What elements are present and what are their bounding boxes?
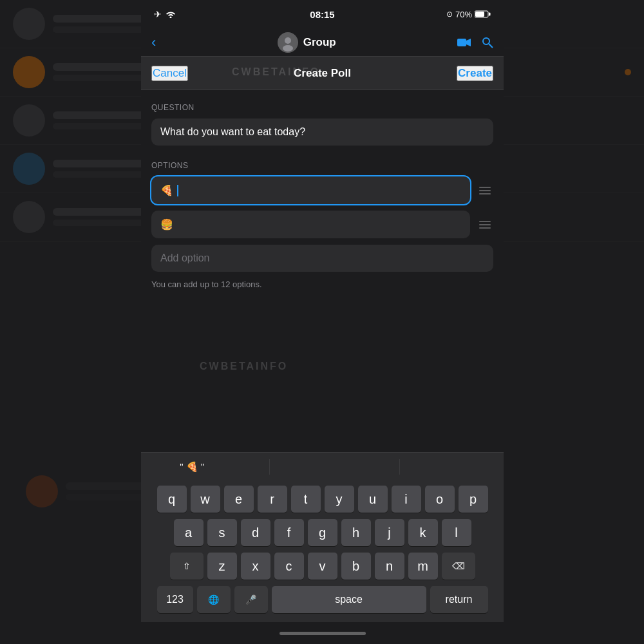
key-n[interactable]: n xyxy=(375,553,404,580)
key-f[interactable]: f xyxy=(274,519,304,546)
keyboard-area: " 🍕 " q w e r t xyxy=(141,452,504,644)
header-right-buttons xyxy=(457,37,493,48)
svg-marker-7 xyxy=(466,39,471,46)
status-left-icons: ✈ xyxy=(154,9,176,19)
rotation-lock-icon: ⊙ xyxy=(446,10,453,19)
key-t[interactable]: t xyxy=(291,486,321,513)
key-m[interactable]: m xyxy=(408,553,438,580)
bg-avatar-6 xyxy=(26,475,58,507)
key-a[interactable]: a xyxy=(174,519,204,546)
drag-line-2-2 xyxy=(479,224,491,225)
predictive-divider-1 xyxy=(269,459,270,475)
shift-key[interactable]: ⇧ xyxy=(170,553,204,580)
key-p[interactable]: p xyxy=(459,486,488,513)
drag-handle-1[interactable] xyxy=(477,184,493,197)
key-row-3: ⇧ z x c v b n m ⌫ xyxy=(144,553,501,580)
return-key[interactable]: return xyxy=(430,586,488,613)
svg-rect-1 xyxy=(489,13,491,16)
add-option-input[interactable]: Add option xyxy=(151,245,493,272)
key-v[interactable]: v xyxy=(308,553,337,580)
status-right-icons: ⊙ 70% xyxy=(446,10,491,19)
option-input-1[interactable]: 🍕 xyxy=(151,176,470,204)
key-y[interactable]: y xyxy=(325,486,354,513)
space-key[interactable]: space xyxy=(272,586,426,613)
bg-dot xyxy=(625,69,631,75)
key-c[interactable]: c xyxy=(274,553,304,580)
question-input[interactable]: What do you want to eat today? xyxy=(151,118,493,146)
video-call-icon[interactable] xyxy=(457,37,471,48)
key-o[interactable]: o xyxy=(425,486,455,513)
svg-rect-2 xyxy=(475,12,484,17)
key-x[interactable]: x xyxy=(241,553,270,580)
back-button[interactable]: ‹ xyxy=(151,34,156,51)
predictive-text-1: " 🍕 " xyxy=(180,461,204,473)
key-w[interactable]: w xyxy=(191,486,220,513)
globe-key[interactable]: 🌐 xyxy=(197,586,231,613)
key-h[interactable]: h xyxy=(341,519,371,546)
drag-handle-2[interactable] xyxy=(477,218,493,231)
header-center: Group xyxy=(278,32,336,53)
option-1-emoji: 🍕 xyxy=(160,184,173,196)
home-indicator-bar xyxy=(279,632,366,635)
predictive-item-1[interactable]: " 🍕 " xyxy=(180,461,204,473)
group-avatar xyxy=(278,32,298,53)
option-row-1: 🍕 xyxy=(151,176,493,204)
phone-frame: ✈ 08:15 ⊙ 70% ‹ xyxy=(141,0,504,644)
bg-avatar-5 xyxy=(13,201,45,233)
bg-avatar-2 xyxy=(13,56,45,88)
key-row-1: q w e r t y u i o p xyxy=(144,486,501,513)
back-chevron-icon: ‹ xyxy=(151,34,156,51)
add-option-row: Add option xyxy=(151,245,493,272)
key-s[interactable]: s xyxy=(207,519,237,546)
options-section-label: OPTIONS xyxy=(151,161,493,170)
airplane-icon: ✈ xyxy=(154,9,162,19)
wifi-icon xyxy=(166,10,176,18)
status-bar: ✈ 08:15 ⊙ 70% xyxy=(141,0,504,28)
search-icon[interactable] xyxy=(482,37,493,48)
status-time: 08:15 xyxy=(310,9,334,20)
key-u[interactable]: u xyxy=(358,486,388,513)
num-key[interactable]: 123 xyxy=(157,586,193,613)
modal-body: QUESTION What do you want to eat today? … xyxy=(141,90,504,452)
cancel-button[interactable]: Cancel xyxy=(151,66,188,81)
modal-header: Cancel Create Poll Create xyxy=(141,57,504,90)
group-avatar-icon xyxy=(279,33,297,52)
key-row-2: a s d f g h j k l xyxy=(144,519,501,546)
drag-line-2-1 xyxy=(479,221,491,222)
keyboard: q w e r t y u i o p a s d f g xyxy=(141,480,504,622)
svg-rect-6 xyxy=(457,39,466,46)
option-input-2[interactable]: 🍔 xyxy=(151,211,470,238)
modal-title: Create Poll xyxy=(294,67,351,80)
svg-line-9 xyxy=(489,44,493,48)
key-b[interactable]: b xyxy=(341,553,371,580)
create-poll-modal: Cancel Create Poll Create QUESTION What … xyxy=(141,57,504,644)
key-q[interactable]: q xyxy=(157,486,187,513)
delete-key[interactable]: ⌫ xyxy=(442,553,475,580)
key-i[interactable]: i xyxy=(392,486,421,513)
predictive-bar: " 🍕 " xyxy=(141,452,504,480)
key-k[interactable]: k xyxy=(408,519,438,546)
drag-line-2-3 xyxy=(479,227,491,229)
bg-avatar-4 xyxy=(13,153,45,185)
create-button[interactable]: Create xyxy=(457,66,493,81)
drag-line-2 xyxy=(479,190,491,191)
key-row-4: 123 🌐 🎤 space return xyxy=(144,586,501,613)
telegram-header: ‹ Group xyxy=(141,28,504,57)
key-g[interactable]: g xyxy=(308,519,337,546)
key-z[interactable]: z xyxy=(207,553,237,580)
drag-line-1 xyxy=(479,187,491,188)
key-j[interactable]: j xyxy=(375,519,404,546)
key-e[interactable]: e xyxy=(224,486,254,513)
key-l[interactable]: l xyxy=(442,519,471,546)
battery-icon xyxy=(475,10,491,18)
text-cursor xyxy=(177,185,178,196)
key-r[interactable]: r xyxy=(258,486,287,513)
question-section-label: QUESTION xyxy=(151,103,493,112)
svg-point-8 xyxy=(483,38,489,44)
home-indicator xyxy=(141,622,504,644)
option-row-2: 🍔 xyxy=(151,211,493,238)
svg-point-4 xyxy=(285,37,291,44)
mic-key[interactable]: 🎤 xyxy=(234,586,268,613)
key-d[interactable]: d xyxy=(241,519,270,546)
battery-percent: 70% xyxy=(455,10,472,19)
